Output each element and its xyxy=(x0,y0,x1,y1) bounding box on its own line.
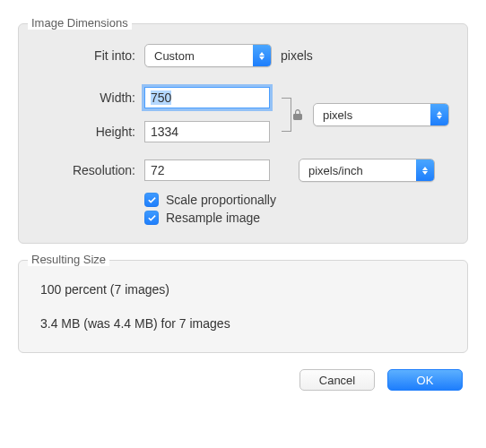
ok-button-label: OK xyxy=(417,374,434,387)
fit-into-select[interactable]: Custom xyxy=(144,44,272,67)
fit-into-row: Fit into: Custom pixels xyxy=(37,44,449,67)
cancel-button[interactable]: Cancel xyxy=(299,369,375,391)
resolution-row: Resolution: pixels/inch xyxy=(37,159,449,182)
resolution-unit-select[interactable]: pixels/inch xyxy=(299,159,435,182)
fit-into-label: Fit into: xyxy=(37,48,144,63)
wh-unit-value: pixels xyxy=(314,108,430,122)
image-dimensions-group: Image Dimensions Fit into: Custom pixels… xyxy=(18,23,468,244)
width-height-row: Width: Height: pixels xyxy=(37,87,449,142)
fit-into-value: Custom xyxy=(145,49,253,63)
fit-into-unit: pixels xyxy=(270,48,313,63)
resample-image-label: Resample image xyxy=(166,211,260,225)
height-label: Height: xyxy=(37,125,144,139)
resample-image-row: Resample image xyxy=(144,211,449,225)
result-percent-line: 100 percent (7 images) xyxy=(40,282,449,297)
height-input[interactable] xyxy=(144,121,270,142)
lock-icon[interactable] xyxy=(291,108,304,121)
dialog-buttons: Cancel OK xyxy=(18,369,468,391)
scale-proportionally-label: Scale proportionally xyxy=(166,193,276,207)
scale-proportionally-checkbox[interactable] xyxy=(144,193,159,207)
image-dimensions-title: Image Dimensions xyxy=(28,16,132,30)
scale-proportionally-row: Scale proportionally xyxy=(144,193,449,207)
resize-dialog: Image Dimensions Fit into: Custom pixels… xyxy=(0,0,486,448)
dropdown-arrows-icon xyxy=(416,159,434,181)
resulting-size-title: Resulting Size xyxy=(28,253,109,266)
cancel-button-label: Cancel xyxy=(319,374,355,387)
dropdown-arrows-icon xyxy=(253,45,271,66)
resolution-input[interactable] xyxy=(144,159,270,181)
width-input[interactable] xyxy=(144,87,270,108)
resolution-unit-value: pixels/inch xyxy=(299,164,416,177)
resulting-size-group: Resulting Size 100 percent (7 images) 3.… xyxy=(18,260,468,353)
link-bracket xyxy=(275,87,297,142)
width-label: Width: xyxy=(37,90,144,105)
wh-unit-select[interactable]: pixels xyxy=(313,103,449,126)
result-size-line: 3.4 MB (was 4.4 MB) for 7 images xyxy=(40,316,449,331)
resolution-label: Resolution: xyxy=(37,163,144,177)
ok-button[interactable]: OK xyxy=(387,369,463,391)
resample-image-checkbox[interactable] xyxy=(144,211,159,225)
dropdown-arrows-icon xyxy=(430,104,448,125)
